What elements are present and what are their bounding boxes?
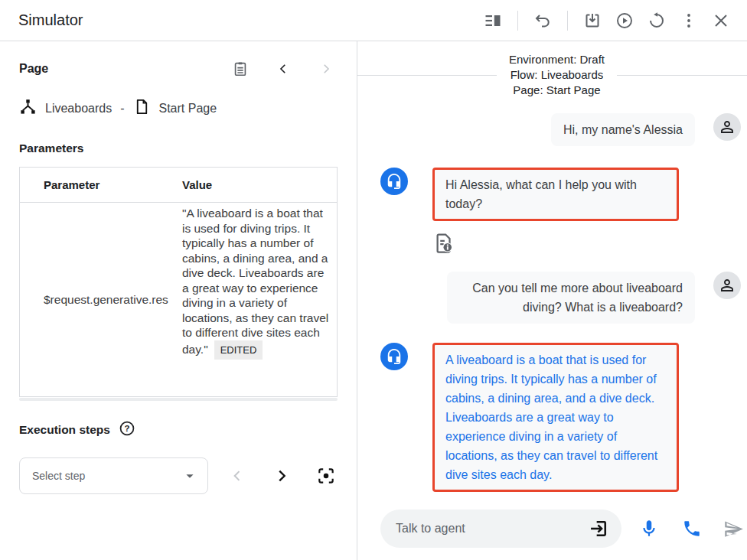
parameter-name: $request.generative.res: [20, 203, 182, 396]
user-message-bubble: Hi, my name's Alessia: [551, 113, 695, 146]
response-info-icon[interactable]: [432, 232, 747, 258]
topbar-actions: [481, 8, 733, 33]
top-bar: Simulator: [0, 0, 747, 41]
run-icon[interactable]: [612, 8, 637, 33]
column-header-value: Value: [182, 178, 337, 191]
inspection-panel: Page Liveaboards - Start: [0, 41, 357, 560]
phone-call-icon[interactable]: [680, 516, 704, 541]
divider: [517, 11, 518, 31]
flow-icon: [19, 98, 37, 119]
execution-steps-title: Execution steps: [19, 423, 110, 437]
table-horizontal-scrollbar[interactable]: [19, 398, 338, 401]
person-icon: [718, 276, 736, 295]
copy-page-info-icon[interactable]: [228, 57, 253, 81]
divider: [567, 11, 568, 31]
user-message-bubble: Can you tell me more about liveaboard di…: [447, 272, 695, 324]
page-label: Page: Start Page: [509, 83, 605, 98]
submit-enter-icon[interactable]: [586, 516, 611, 541]
talk-to-agent-input[interactable]: Talk to agent: [380, 510, 621, 548]
undo-icon[interactable]: [530, 8, 555, 33]
breadcrumb: Liveaboards - Start Page: [19, 98, 338, 119]
select-step-placeholder: Select step: [32, 470, 181, 482]
breadcrumb-flow-name[interactable]: Liveaboards: [45, 102, 112, 116]
reset-icon[interactable]: [644, 8, 669, 33]
person-icon: [718, 118, 736, 136]
dropdown-caret-icon: [181, 467, 198, 484]
agent-message-bubble-highlighted[interactable]: A liveaboard is a boat that is used for …: [432, 343, 679, 492]
parameters-title: Parameters: [19, 142, 338, 155]
select-step-dropdown[interactable]: Select step: [19, 457, 208, 494]
user-message-row: Can you tell me more about liveaboard di…: [357, 272, 747, 324]
agent-message-row: A liveaboard is a boat that is used for …: [357, 343, 747, 492]
chat-panel: Environment: Draft Flow: Liveaboards Pag…: [357, 41, 747, 560]
agent-message-bubble-highlighted[interactable]: Hi Alessia, what can I help you with tod…: [432, 168, 679, 221]
headset-icon: [386, 173, 403, 190]
page-doc-icon: [133, 98, 151, 119]
app-title: Simulator: [18, 11, 83, 29]
flow-label: Flow: Liveaboards: [509, 67, 605, 83]
breadcrumb-separator: -: [120, 102, 124, 116]
send-icon[interactable]: [721, 516, 745, 541]
next-step-chevron-icon[interactable]: [269, 464, 294, 488]
chat-input-bar: Talk to agent: [357, 503, 747, 560]
prev-page-chevron-icon[interactable]: [271, 57, 295, 81]
next-page-chevron-icon[interactable]: [314, 57, 338, 81]
more-options-icon[interactable]: [677, 8, 701, 33]
close-icon[interactable]: [709, 8, 733, 33]
agent-message-row: Hi Alessia, what can I help you with tod…: [357, 168, 747, 221]
agent-avatar: [380, 168, 408, 195]
center-focus-icon[interactable]: [314, 464, 338, 488]
prev-step-chevron-icon[interactable]: [225, 464, 250, 488]
table-row: $request.generative.res "A liveaboard is…: [20, 203, 337, 396]
message-list: Hi, my name's Alessia Hi Alessia, what c…: [357, 98, 747, 503]
user-avatar: [713, 113, 741, 141]
environment-label: Environment: Draft: [509, 52, 605, 67]
user-message-row: Hi, my name's Alessia: [357, 113, 747, 146]
edited-badge: EDITED: [214, 340, 263, 360]
agent-avatar: [380, 343, 408, 370]
parameter-value[interactable]: "A liveaboard is a boat that is used for…: [182, 203, 337, 396]
user-avatar: [713, 272, 741, 299]
chat-context-header: Environment: Draft Flow: Liveaboards Pag…: [357, 52, 747, 98]
page-section-title: Page: [19, 62, 48, 76]
input-placeholder: Talk to agent: [396, 522, 586, 536]
svg-text:?: ?: [124, 424, 129, 433]
panel-toggle-icon[interactable]: [481, 8, 505, 33]
parameters-table: Parameter Value $request.generative.res …: [19, 167, 338, 397]
column-header-parameter: Parameter: [20, 178, 182, 191]
microphone-icon[interactable]: [637, 516, 661, 541]
breadcrumb-page-name[interactable]: Start Page: [159, 102, 217, 116]
headset-icon: [386, 348, 403, 365]
help-icon[interactable]: ?: [119, 420, 135, 440]
save-icon[interactable]: [580, 8, 605, 33]
